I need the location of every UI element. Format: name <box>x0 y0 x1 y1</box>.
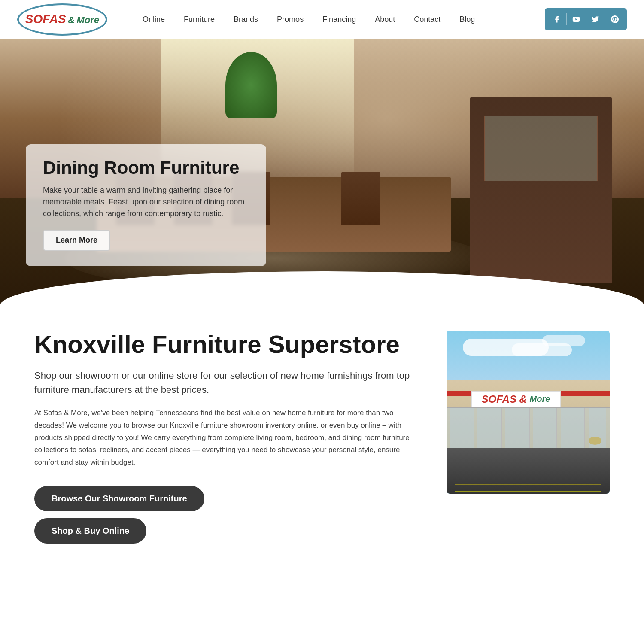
cta-buttons: Browse Our Showroom Furniture Shop & Buy… <box>34 486 421 550</box>
window-pane-3 <box>505 408 530 448</box>
main-nav: Online Furniture Brands Promos Financing… <box>133 15 545 24</box>
nav-brands[interactable]: Brands <box>224 15 267 24</box>
sign-text-amp: & <box>516 393 530 405</box>
social-divider-2 <box>586 13 586 25</box>
window-pane-4 <box>533 408 557 448</box>
parking-island <box>589 437 601 445</box>
store-sign: SOFAS & More <box>471 391 561 407</box>
nav-financing[interactable]: Financing <box>313 15 365 24</box>
cabinet-glass <box>484 116 598 181</box>
chair-4 <box>341 172 380 225</box>
parking-line-2 <box>455 484 601 485</box>
main-content: Knoxville Furniture Superstore Shop our … <box>0 305 644 585</box>
nav-blog[interactable]: Blog <box>450 15 484 24</box>
logo[interactable]: SOFAS & More <box>17 3 107 36</box>
nav-about[interactable]: About <box>365 15 404 24</box>
content-left: Knoxville Furniture Superstore Shop our … <box>34 331 421 550</box>
store-photo: SOFAS & More <box>447 331 610 494</box>
social-divider-1 <box>566 13 567 25</box>
hero-card: Dining Room Furniture Make your table a … <box>26 144 266 266</box>
window-pane-1 <box>450 408 474 448</box>
nav-online[interactable]: Online <box>133 15 174 24</box>
cloud-3 <box>542 335 585 346</box>
cabinet <box>470 97 612 283</box>
store-title: Knoxville Furniture Superstore <box>34 331 421 358</box>
nav-promos[interactable]: Promos <box>267 15 313 24</box>
storefront-windows <box>447 407 610 448</box>
youtube-icon[interactable] <box>568 12 584 27</box>
social-bar <box>545 8 627 30</box>
shop-online-button[interactable]: Shop & Buy Online <box>34 518 146 544</box>
logo-tagline: More <box>77 15 100 25</box>
nav-furniture[interactable]: Furniture <box>174 15 224 24</box>
facebook-icon[interactable] <box>549 12 565 27</box>
content-right: SOFAS & More <box>447 331 610 494</box>
browse-showroom-button[interactable]: Browse Our Showroom Furniture <box>34 486 204 511</box>
social-divider-3 <box>605 13 605 25</box>
sign-text-sofas: SOFAS <box>482 393 516 405</box>
learn-more-button[interactable]: Learn More <box>43 230 110 251</box>
parking-line <box>455 491 601 492</box>
store-description: At Sofas & More, we've been helping Tenn… <box>34 407 421 469</box>
hero-section: Dining Room Furniture Make your table a … <box>0 39 644 305</box>
window-pane-2 <box>477 408 502 448</box>
plant <box>225 52 277 118</box>
parking-lot <box>447 448 610 494</box>
pinterest-icon[interactable] <box>607 12 623 27</box>
store-subtitle: Shop our showroom or our online store fo… <box>34 368 421 397</box>
logo-brand: SOFAS <box>25 12 66 26</box>
hero-title: Dining Room Furniture <box>43 158 249 178</box>
twitter-icon[interactable] <box>588 12 603 27</box>
nav-contact[interactable]: Contact <box>404 15 450 24</box>
logo-connector: & <box>68 15 75 25</box>
header: SOFAS & More Online Furniture Brands Pro… <box>0 0 644 39</box>
sign-text-more: More <box>530 394 550 404</box>
hero-description: Make your table a warm and inviting gath… <box>43 185 249 219</box>
window-pane-5 <box>561 408 585 448</box>
